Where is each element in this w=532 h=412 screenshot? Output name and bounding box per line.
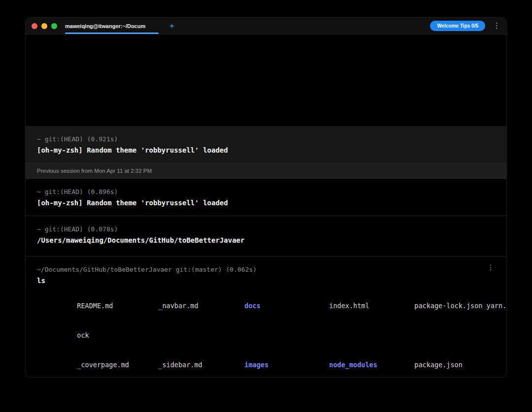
file-name: _sidebar.md — [158, 360, 244, 370]
directory-name: images — [244, 360, 329, 370]
command-output: [oh-my-zsh] Random theme 'robbyrussell' … — [37, 145, 495, 156]
ls-output: README.md_navbar.mddocsindex.htmlpackage… — [37, 291, 495, 377]
welcome-tips-badge[interactable]: Welcome Tips 0/5 — [430, 21, 485, 31]
window-controls — [32, 23, 57, 29]
command-text: ls — [37, 275, 495, 286]
block-menu-icon[interactable]: ⋮ — [487, 264, 494, 271]
ls-output-row: README.md_navbar.mddocsindex.htmlpackage… — [37, 291, 495, 320]
file-name: package-lock.json yarn.l — [414, 301, 506, 311]
session-divider-label: Previous session from Mon Apr 11 at 2:32… — [37, 168, 152, 174]
file-name: package.json — [414, 360, 463, 370]
ls-output-row: ock — [37, 320, 495, 350]
terminal-content: ~ git:(HEAD) (0.921s) [oh-my-zsh] Random… — [26, 34, 506, 377]
command-output: [oh-my-zsh] Random theme 'robbyrussell' … — [37, 197, 495, 209]
session-divider: Previous session from Mon Apr 11 at 2:32… — [26, 163, 506, 179]
tab-title: maweiqing@itwanger:~/Docum — [65, 23, 159, 29]
prompt-line: ~ git:(HEAD) (0.078s) — [37, 223, 495, 235]
zoom-window-button[interactable] — [51, 23, 57, 29]
more-options-icon[interactable]: ⋮ — [493, 22, 500, 30]
file-name: index.html — [329, 301, 414, 311]
prompt-line: ~ git:(HEAD) (0.896s) — [37, 186, 495, 197]
close-window-button[interactable] — [32, 23, 37, 29]
command-output: /Users/maweiqing/Documents/GitHub/toBeBe… — [37, 235, 495, 246]
command-block-theme-loaded-1[interactable]: ~ git:(HEAD) (0.921s) [oh-my-zsh] Random… — [26, 126, 506, 163]
prompt-line: ~ git:(HEAD) (0.921s) — [37, 133, 495, 145]
active-tab-indicator — [65, 32, 159, 34]
empty-scrollback — [26, 34, 506, 126]
ls-output-row: _coverpage.md_sidebar.mdimagesnode_modul… — [37, 350, 495, 377]
new-tab-button[interactable]: + — [169, 22, 174, 30]
terminal-window: maweiqing@itwanger:~/Docum + Welcome Tip… — [26, 18, 506, 377]
file-name: README.md — [77, 301, 158, 311]
command-block-pwd[interactable]: ~ git:(HEAD) (0.078s) /Users/maweiqing/D… — [26, 216, 506, 256]
directory-name: node_modules — [329, 360, 414, 370]
command-block-theme-loaded-2[interactable]: ~ git:(HEAD) (0.896s) [oh-my-zsh] Random… — [26, 179, 506, 216]
titlebar: maweiqing@itwanger:~/Docum + Welcome Tip… — [26, 18, 506, 34]
file-name: _navbar.md — [158, 301, 244, 311]
minimize-window-button[interactable] — [41, 23, 47, 29]
directory-name: docs — [244, 301, 329, 311]
file-name: _coverpage.md — [77, 360, 158, 370]
command-block-ls[interactable]: ~/Documents/GitHub/toBeBetterJavaer git:… — [26, 256, 506, 377]
terminal-tab[interactable]: maweiqing@itwanger:~/Docum — [65, 18, 159, 34]
prompt-line: ~/Documents/GitHub/toBeBetterJavaer git:… — [37, 264, 257, 275]
file-name-wrapped: ock — [77, 330, 89, 340]
